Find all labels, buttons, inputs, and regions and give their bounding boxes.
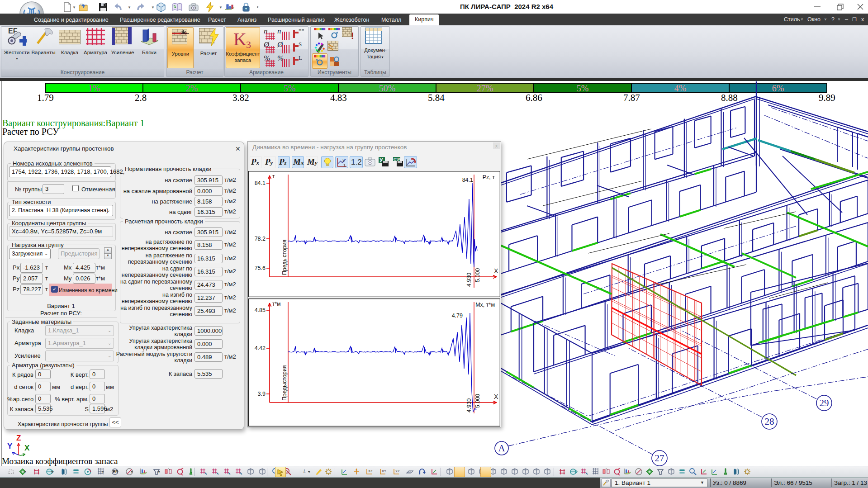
svg-text:78.2: 78.2 [255, 236, 266, 242]
svg-text:X: X [494, 267, 498, 275]
svg-text:3: 3 [246, 39, 251, 49]
svg-text:YZ: YZ [395, 469, 400, 473]
svg-text:4.42: 4.42 [255, 345, 266, 351]
svg-text:4.79: 4.79 [452, 313, 463, 319]
svg-text:5.000: 5.000 [474, 268, 481, 282]
svg-text:L: L [304, 469, 306, 474]
svg-text:75.6: 75.6 [255, 265, 266, 271]
svg-text:L: L [299, 54, 302, 61]
svg-text:!: ! [351, 31, 354, 41]
svg-text:**: ** [299, 27, 304, 34]
svg-text:Z: Z [16, 434, 21, 442]
svg-text:%: % [277, 54, 284, 62]
svg-text:84.1: 84.1 [255, 180, 266, 186]
svg-text:29: 29 [820, 398, 829, 408]
svg-text:Y: Y [7, 442, 13, 450]
svg-text:2: 2 [342, 158, 345, 162]
svg-text:3.9: 3.9 [258, 391, 266, 397]
svg-text:Предыстория: Предыстория [281, 240, 288, 275]
svg-text:84.1: 84.1 [462, 177, 473, 183]
svg-text:1: 1 [343, 163, 346, 167]
svg-text:т: т [272, 173, 275, 180]
svg-text:S: S [299, 41, 302, 47]
svg-text:5.000: 5.000 [474, 394, 481, 408]
svg-text:K: K [233, 29, 247, 49]
svg-text:Pz, т: Pz, т [483, 174, 495, 180]
svg-text:4.930: 4.930 [466, 273, 472, 287]
svg-text:n: n [277, 27, 281, 35]
svg-text:X: X [24, 444, 30, 452]
svg-text:27: 27 [655, 453, 664, 464]
svg-text:XY: XY [382, 469, 386, 473]
svg-text:Предыстория: Предыстория [281, 365, 288, 401]
svg-text:XZ: XZ [368, 469, 373, 473]
svg-text:4.85: 4.85 [255, 307, 266, 313]
svg-text:Mx, т*м: Mx, т*м [475, 302, 495, 308]
svg-text:X: X [494, 393, 498, 400]
svg-text:A: A [498, 443, 505, 454]
svg-text:CSV: CSV [394, 157, 402, 161]
svg-text:28: 28 [765, 416, 774, 427]
svg-text:4.930: 4.930 [466, 398, 472, 412]
svg-text:т*м: т*м [272, 301, 280, 307]
